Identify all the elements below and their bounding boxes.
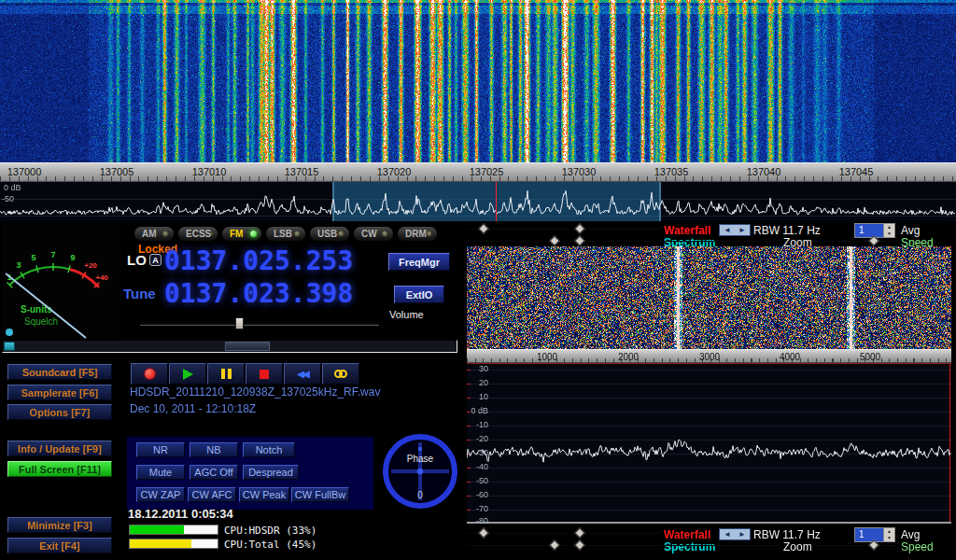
mode-button-usb[interactable]: USB — [309, 226, 350, 242]
aux-spectrum-canvas[interactable] — [467, 363, 951, 522]
nr-button[interactable]: NR — [136, 442, 185, 457]
exit-button[interactable]: Exit [F4] — [7, 538, 112, 553]
svg-text:+20: +20 — [84, 261, 97, 270]
slider-handle[interactable] — [868, 539, 879, 550]
freq-label-137005: 137005 — [100, 166, 134, 177]
arrow-right-icon[interactable]: ► — [738, 530, 746, 539]
mute-button[interactable]: Mute — [136, 465, 185, 480]
full-screen-button[interactable]: Full Screen [F11] — [7, 461, 112, 477]
freqmgr-button[interactable]: FreqMgr — [388, 253, 450, 271]
speed-slider-top[interactable] — [816, 235, 896, 246]
arrow-right-icon[interactable]: ► — [738, 226, 746, 234]
waterfall-brightness-slider-bottom[interactable] — [467, 527, 568, 539]
mode-button-lsb[interactable]: LSB — [265, 226, 306, 242]
stop-button[interactable] — [246, 363, 283, 385]
loop-button[interactable] — [322, 363, 359, 385]
spectrum-ref-slider-top[interactable] — [467, 235, 568, 246]
freq-label-137045: 137045 — [839, 166, 874, 177]
db-label: -30 — [467, 448, 488, 457]
avg-label-top: Avg — [901, 224, 920, 237]
notch-button[interactable]: Notch — [243, 442, 295, 457]
slider-handle[interactable] — [574, 235, 584, 245]
pause-button[interactable] — [207, 363, 245, 385]
main-spectrum-canvas[interactable] — [0, 182, 956, 221]
arrow-left-icon[interactable]: ◄ — [724, 226, 731, 234]
arrow-left-icon[interactable]: ◄ — [724, 530, 731, 539]
phase-dial-center-dot — [417, 469, 423, 474]
rewind-button[interactable]: ◀◀ — [284, 363, 321, 385]
main-frequency-ruler[interactable]: 137000 137005 137010 137015 137020 13702… — [0, 162, 956, 182]
aux-frequency-ruler[interactable]: 1000 2000 3000 4000 5000 — [467, 349, 951, 363]
cw-peak-button[interactable]: CW Peak — [239, 487, 289, 502]
mode-button-drm[interactable]: DRM — [397, 226, 438, 242]
squelch-marker-dot[interactable] — [6, 329, 13, 336]
soundcard-button[interactable]: Soundcard [F5] — [7, 364, 112, 380]
recording-filename: HDSDR_20111210_120938Z_137025kHz_RF.wav — [130, 385, 380, 399]
cpu-total-bar-fill — [130, 539, 191, 548]
play-icon — [183, 369, 193, 380]
aux-label-1000: 1000 — [537, 352, 557, 362]
info-update-button[interactable]: Info / Update [F9] — [7, 441, 112, 456]
volume-slider-track[interactable] — [140, 322, 379, 326]
mode-button-fm[interactable]: FM — [221, 226, 262, 242]
mode-led-icon — [211, 231, 213, 237]
options-button[interactable]: Options [F7] — [7, 404, 112, 420]
cw-fullbw-button[interactable]: CW FullBw — [291, 487, 349, 502]
cpu-total-text: CPU:Total (45%) — [224, 539, 316, 551]
mode-button-cw[interactable]: CW — [353, 226, 394, 242]
spin-up-icon[interactable]: ▲ — [884, 528, 894, 535]
nb-button[interactable]: NB — [190, 442, 238, 457]
zoom-label-bottom: Zoom — [783, 540, 812, 553]
samplerate-button[interactable]: Samplerate [F6] — [7, 385, 112, 400]
cw-zap-button[interactable]: CW ZAP — [136, 487, 185, 502]
mode-button-am[interactable]: AM — [134, 226, 175, 242]
phase-value: 0 — [417, 490, 423, 500]
freq-label-137025: 137025 — [470, 166, 504, 177]
slider-handle[interactable] — [868, 235, 879, 245]
slider-left-cap[interactable] — [4, 342, 15, 351]
record-button[interactable] — [131, 363, 168, 385]
db-label: -80 — [467, 516, 488, 525]
zoom-slider-top[interactable] — [571, 235, 780, 246]
minimize-button[interactable]: Minimize [F3] — [7, 517, 112, 533]
main-waterfall-display[interactable] — [0, 0, 956, 162]
slider-handle[interactable] — [574, 527, 584, 538]
lo-frequency-display[interactable]: 0137.025.253 — [164, 245, 353, 276]
aux-spectrum-display[interactable]: 30 20 10 0 dB -10 -20 -30 -40 -50 -60 -7… — [467, 363, 951, 524]
slider-handle[interactable] — [549, 235, 559, 245]
aux-waterfall-display[interactable] — [467, 246, 951, 349]
cw-afc-button[interactable]: CW AFC — [188, 487, 236, 502]
freq-label-137015: 137015 — [285, 166, 319, 177]
slider-handle[interactable] — [478, 223, 488, 233]
speed-slider-bottom[interactable] — [816, 539, 896, 551]
volume-slider-handle[interactable] — [235, 317, 244, 329]
squelch-label[interactable]: Squelch — [24, 316, 58, 327]
slider-track — [571, 241, 780, 242]
db-label: -70 — [467, 504, 488, 513]
waterfall-contrast-slider-bottom[interactable] — [571, 527, 661, 539]
lo-lock-badge[interactable]: A — [149, 254, 162, 266]
play-button[interactable] — [169, 363, 206, 385]
waterfall-contrast-slider-top[interactable] — [571, 223, 661, 234]
slider-handle[interactable] — [574, 223, 584, 233]
zoom-slider-bottom[interactable] — [571, 539, 780, 551]
phase-dial[interactable]: Phase 0 — [381, 431, 459, 511]
slider-handle[interactable] — [225, 342, 270, 351]
agc-button[interactable]: AGC Off — [190, 465, 238, 480]
extio-button[interactable]: ExtIO — [394, 286, 444, 303]
freq-label-137040: 137040 — [747, 166, 781, 177]
slider-handle[interactable] — [478, 527, 488, 538]
tuning-scroll-slider[interactable] — [2, 340, 457, 353]
spin-up-icon[interactable]: ▲ — [884, 224, 894, 231]
spectrum-ref-slider-bottom[interactable] — [467, 539, 568, 551]
cpu-hdsdr-text: CPU:HDSDR (33%) — [224, 525, 316, 537]
loop-icon — [334, 370, 347, 378]
main-spectrum-display[interactable]: 0 dB -50 — [0, 182, 956, 221]
tune-frequency-display[interactable]: 0137.023.398 — [164, 278, 353, 309]
slider-handle[interactable] — [574, 539, 584, 550]
waterfall-brightness-slider-top[interactable] — [467, 223, 568, 234]
despread-button[interactable]: Despread — [243, 465, 299, 480]
slider-handle[interactable] — [549, 539, 559, 550]
mode-button-ecss[interactable]: ECSS — [177, 226, 218, 242]
spectrum-0db-label: 0 dB — [4, 183, 21, 192]
